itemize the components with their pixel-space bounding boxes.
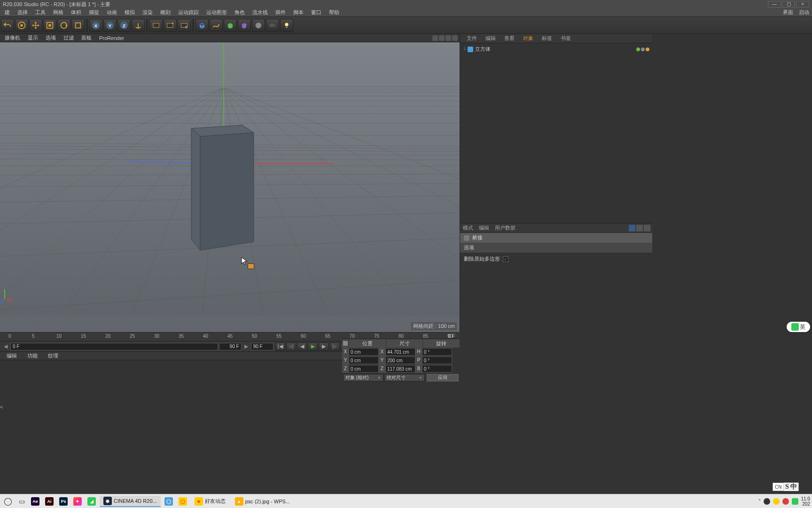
pos-x-field[interactable] [349,348,379,356]
nav-layout-icon[interactable] [452,35,458,41]
spline-button[interactable] [210,19,223,32]
menu-startup[interactable]: 启动 [796,8,812,17]
prev-key-button[interactable]: ◁ [286,342,296,351]
ime-indicator[interactable]: CN S 中 [773,483,799,491]
maximize-button[interactable]: ▢ [782,1,795,8]
move-button[interactable] [29,19,42,32]
attr-nav-back-icon[interactable] [629,225,635,231]
cube-primitive-button[interactable] [195,19,209,32]
menu-item[interactable]: 体积 [67,8,85,17]
size-mode-combo[interactable]: 绝对尺寸▼ [384,374,425,381]
menu-item[interactable]: 插件 [272,8,289,17]
render-region-button[interactable] [164,19,177,32]
tab-tags[interactable]: 标签 [538,34,556,43]
attr-tab-userdata[interactable]: 用户数据 [495,224,515,231]
menu-item[interactable]: 动画 [103,8,121,17]
taskbar-haoyu[interactable]: ★好友动态 [191,496,229,507]
nav-rotate-icon[interactable] [445,35,451,41]
attr-nav-up-icon[interactable] [636,225,643,231]
taskbar-app6[interactable]: ◢ [86,496,98,507]
attr-nav-fwd-icon[interactable] [644,225,650,231]
visibility-dot-tag[interactable] [646,48,649,51]
size-y-field[interactable] [385,357,415,364]
tab-view[interactable]: 查看 [500,34,518,43]
object-tree-item[interactable]: └ 立方体 [462,45,650,53]
live-select-button[interactable] [15,19,28,32]
slider-handle-right[interactable]: ▶ [242,343,250,349]
light-button[interactable] [280,19,293,32]
menu-item[interactable]: 渲染 [139,8,156,17]
render-settings-button[interactable] [178,19,191,32]
tray-icon-4[interactable] [792,498,798,505]
ime-float-indicator[interactable]: 英 [787,322,810,332]
taskbar-c4d[interactable]: ◉CINEMA 4D R20... [100,496,161,507]
taskbar-ae[interactable]: Ae [29,496,41,507]
rotate-button[interactable] [57,19,70,32]
tab-edit[interactable]: 编辑 [482,34,500,43]
mat-tab-function[interactable]: 功能 [23,352,42,360]
current-frame-field[interactable] [251,343,273,350]
coord-system-button[interactable] [132,19,145,32]
axis-x-button[interactable]: X [89,19,102,32]
tray-expand-icon[interactable]: ˄ [758,499,761,504]
menu-item[interactable]: 脚本 [289,8,307,17]
menu-item[interactable]: 运动跟踪 [174,8,203,17]
play-button[interactable]: ▶ [308,342,318,351]
taskview-button[interactable]: ▭ [16,496,27,507]
environment-button[interactable] [252,19,265,32]
size-x-field[interactable] [385,348,415,356]
viewport-menu-item[interactable]: 过滤 [60,34,78,42]
menu-item[interactable]: 建 [1,8,14,17]
menu-item[interactable]: 工具 [31,8,49,17]
next-key-button[interactable]: ▷ [330,342,340,351]
rot-h-field[interactable] [422,348,452,356]
minimize-button[interactable]: — [768,1,781,8]
prev-frame-button[interactable]: ◀ [297,342,307,351]
pos-y-field[interactable] [349,357,379,364]
axis-z-button[interactable]: Z [117,19,131,32]
menu-item[interactable]: 雕刻 [156,8,174,17]
menu-item[interactable]: 帮助 [325,8,343,17]
mat-tab-texture[interactable]: 纹理 [43,352,63,360]
menu-item[interactable]: 捕捉 [85,8,103,17]
camera-button[interactable] [266,19,279,32]
tray-icon-1[interactable] [764,498,770,505]
menu-item[interactable]: 选择 [14,8,31,17]
viewport-menu-item[interactable]: 选项 [42,34,60,42]
end-frame-field[interactable] [219,343,242,350]
viewport-menu-item[interactable]: 显示 [24,34,42,42]
menu-item[interactable]: 角色 [231,8,249,17]
viewport[interactable]: 网格间距 : 100 cm [0,42,460,332]
deformer-button[interactable] [238,19,251,32]
menu-item[interactable]: 流水线 [249,8,272,17]
scale-button[interactable] [43,19,56,32]
taskbar-wps[interactable]: ▲psc (2).jpg - WPS... [231,496,294,507]
delete-original-checkbox[interactable]: ✓ [503,256,508,262]
viewport-menu-item[interactable]: ProRender [95,35,128,41]
start-frame-field[interactable] [10,343,218,350]
undo-button[interactable] [1,19,14,32]
render-view-button[interactable] [149,19,163,32]
mat-tab-edit[interactable]: 编辑 [2,352,22,360]
rot-p-field[interactable] [422,357,452,364]
nav-move-icon[interactable] [432,35,438,41]
tray-icon-2[interactable] [773,498,780,505]
taskbar-ai[interactable]: Ai [43,496,55,507]
attr-tab-mode[interactable]: 模式 [463,224,473,231]
taskbar-browser[interactable]: ◯ [163,496,175,507]
axis-y-button[interactable]: Y [103,19,117,32]
menu-item[interactable]: 运动图形 [203,8,231,17]
tab-file[interactable]: 文件 [463,34,481,43]
tray-icon-3[interactable] [782,498,789,505]
start-button[interactable]: ◯ [2,496,14,507]
next-frame-button[interactable]: ▶ [319,342,328,351]
recent-button[interactable] [71,19,85,32]
menu-item[interactable]: 窗口 [307,8,325,17]
clock-time[interactable]: 11:0 [801,496,810,501]
coord-mode-combo[interactable]: 对象 (相对)▼ [343,374,383,381]
menu-layout[interactable]: 界面 [780,8,796,17]
slider-handle-left[interactable]: ◀ [2,343,9,349]
tab-objects[interactable]: 对象 [519,34,537,43]
nav-zoom-icon[interactable] [439,35,445,41]
size-z-field[interactable] [385,365,415,373]
